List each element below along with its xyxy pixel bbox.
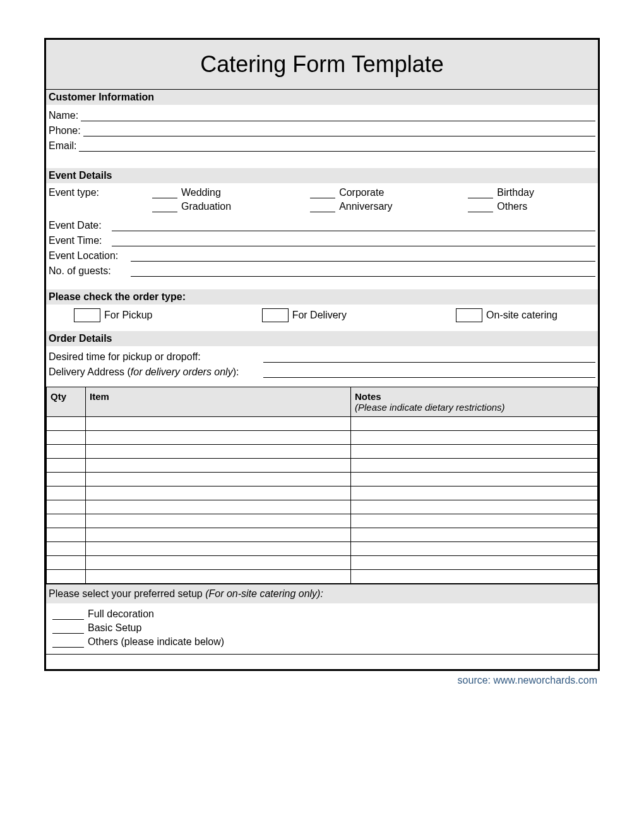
pickup-time-field[interactable] <box>263 350 595 363</box>
event-block: Event type: WeddingCorporateBirthdayGrad… <box>46 183 598 289</box>
check-line[interactable] <box>52 636 84 648</box>
table-row <box>47 473 598 486</box>
cell-notes[interactable] <box>351 556 598 570</box>
ordertype-option[interactable]: For Delivery <box>262 308 347 322</box>
event-type-option-label: Graduation <box>181 201 231 212</box>
event-type-option-label: Corporate <box>339 187 384 198</box>
cell-qty[interactable] <box>47 500 86 514</box>
cell-item[interactable] <box>86 417 351 431</box>
cell-notes[interactable] <box>351 431 598 445</box>
check-line[interactable] <box>152 201 177 212</box>
email-field[interactable] <box>79 139 595 152</box>
cell-notes[interactable] <box>351 514 598 528</box>
customer-block: Name: Phone: Email: <box>46 105 598 168</box>
cell-notes[interactable] <box>351 459 598 473</box>
phone-field[interactable] <box>83 124 595 136</box>
table-row <box>47 417 598 431</box>
table-row <box>47 570 598 584</box>
check-line[interactable] <box>310 187 335 198</box>
cell-item[interactable] <box>86 570 351 584</box>
ordertype-option-label: For Pickup <box>104 310 152 321</box>
cell-notes[interactable] <box>351 473 598 486</box>
table-row <box>47 459 598 473</box>
setup-freeform-line[interactable] <box>46 654 598 669</box>
phone-label: Phone: <box>49 125 83 136</box>
check-line[interactable] <box>152 187 177 198</box>
name-field[interactable] <box>81 109 595 121</box>
col-qty: Qty <box>47 387 86 417</box>
cell-qty[interactable] <box>47 473 86 486</box>
check-line[interactable] <box>468 201 493 212</box>
guests-field[interactable] <box>131 264 595 277</box>
cell-qty[interactable] <box>47 570 86 584</box>
cell-qty[interactable] <box>47 417 86 431</box>
cell-item[interactable] <box>86 459 351 473</box>
checkbox[interactable] <box>74 308 100 322</box>
checkbox[interactable] <box>456 308 482 322</box>
setup-option[interactable]: Basic Setup <box>49 622 595 634</box>
cell-item[interactable] <box>86 445 351 459</box>
event-location-label: Event Location: <box>49 250 131 262</box>
cell-item[interactable] <box>86 431 351 445</box>
setup-option[interactable]: Full decoration <box>49 608 595 620</box>
setup-heading: Please select your preferred setup (For … <box>46 584 598 603</box>
cell-item[interactable] <box>86 528 351 542</box>
items-table: Qty Item Notes (Please indicate dietary … <box>46 387 598 584</box>
cell-qty[interactable] <box>47 542 86 556</box>
check-line[interactable] <box>468 187 493 198</box>
cell-notes[interactable] <box>351 528 598 542</box>
cell-qty[interactable] <box>47 431 86 445</box>
cell-item[interactable] <box>86 556 351 570</box>
ordertype-option-label: For Delivery <box>292 310 347 321</box>
cell-qty[interactable] <box>47 459 86 473</box>
ordertype-option[interactable]: For Pickup <box>74 308 152 322</box>
cell-notes[interactable] <box>351 486 598 500</box>
name-label: Name: <box>49 110 81 121</box>
event-type-option[interactable]: Anniversary <box>272 201 430 212</box>
guests-label: No. of guests: <box>49 265 131 277</box>
cell-qty[interactable] <box>47 514 86 528</box>
event-heading: Event Details <box>46 168 598 183</box>
cell-item[interactable] <box>86 514 351 528</box>
table-row <box>47 556 598 570</box>
cell-notes[interactable] <box>351 542 598 556</box>
check-line[interactable] <box>52 608 84 620</box>
col-item: Item <box>86 387 351 417</box>
event-time-label: Event Time: <box>49 235 112 246</box>
event-time-field[interactable] <box>112 234 595 246</box>
form-title: Catering Form Template <box>46 40 598 90</box>
pickup-time-label: Desired time for pickup or dropoff: <box>49 351 263 363</box>
event-type-option[interactable]: Others <box>430 201 588 212</box>
cell-qty[interactable] <box>47 445 86 459</box>
cell-qty[interactable] <box>47 528 86 542</box>
cell-qty[interactable] <box>47 556 86 570</box>
event-type-option[interactable]: Graduation <box>114 201 272 212</box>
setup-option[interactable]: Others (please indicate below) <box>49 636 595 648</box>
ordertype-option[interactable]: On-site catering <box>456 308 558 322</box>
event-type-option[interactable]: Corporate <box>272 187 430 198</box>
cell-notes[interactable] <box>351 417 598 431</box>
event-type-option-label: Wedding <box>181 187 221 198</box>
cell-item[interactable] <box>86 542 351 556</box>
check-line[interactable] <box>52 622 84 634</box>
cell-item[interactable] <box>86 486 351 500</box>
event-type-options: WeddingCorporateBirthdayGraduationAnnive… <box>112 184 595 216</box>
cell-qty[interactable] <box>47 486 86 500</box>
table-row <box>47 486 598 500</box>
event-date-field[interactable] <box>112 219 595 231</box>
cell-notes[interactable] <box>351 445 598 459</box>
checkbox[interactable] <box>262 308 289 322</box>
delivery-address-label: Delivery Address (for delivery orders on… <box>49 366 263 378</box>
event-type-option[interactable]: Birthday <box>430 187 588 198</box>
cell-item[interactable] <box>86 473 351 486</box>
event-location-field[interactable] <box>131 249 595 262</box>
setup-option-label: Basic Setup <box>88 622 141 634</box>
event-type-option[interactable]: Wedding <box>114 187 272 198</box>
check-line[interactable] <box>310 201 335 212</box>
event-type-option-label: Others <box>497 201 527 212</box>
cell-notes[interactable] <box>351 500 598 514</box>
delivery-address-field[interactable] <box>263 365 595 378</box>
cell-notes[interactable] <box>351 570 598 584</box>
cell-item[interactable] <box>86 500 351 514</box>
setup-option-label: Full decoration <box>88 608 154 620</box>
